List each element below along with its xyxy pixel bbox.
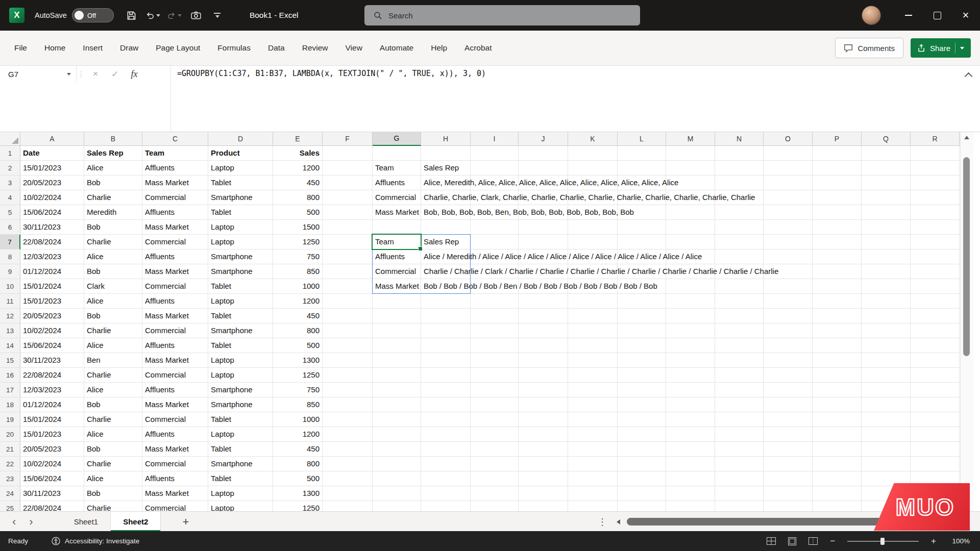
cell-E11[interactable]: 1200	[273, 294, 323, 309]
ribbon-tab-insert[interactable]: Insert	[83, 43, 103, 53]
cell-C13[interactable]: Commercial	[142, 323, 208, 338]
cell-H10[interactable]: Bob / Bob / Bob / Bob / Ben / Bob / Bob …	[421, 279, 471, 294]
cell-N20[interactable]	[715, 427, 764, 442]
cell-L17[interactable]	[618, 383, 666, 397]
cell-H18[interactable]	[421, 397, 471, 412]
cell-I1[interactable]	[471, 146, 519, 161]
cell-P24[interactable]	[813, 486, 862, 501]
cell-N12[interactable]	[715, 309, 764, 323]
cell-D12[interactable]: Tablet	[208, 309, 273, 323]
cancel-entry-button[interactable]: ×	[86, 65, 105, 83]
cell-C24[interactable]: Mass Market	[142, 486, 208, 501]
cell-N15[interactable]	[715, 353, 764, 368]
row-header-15[interactable]: 15	[0, 353, 20, 368]
cell-N10[interactable]	[715, 279, 764, 294]
cell-M18[interactable]	[666, 397, 715, 412]
cell-I13[interactable]	[471, 323, 519, 338]
cell-A24[interactable]: 30/11/2023	[20, 486, 84, 501]
cell-J19[interactable]	[519, 412, 568, 427]
cell-C14[interactable]: Affluents	[142, 338, 208, 353]
column-header-M[interactable]: M	[666, 132, 715, 146]
cell-D22[interactable]: Smartphone	[208, 457, 273, 471]
cell-J14[interactable]	[519, 338, 568, 353]
cell-D5[interactable]: Tablet	[208, 205, 273, 220]
cell-A8[interactable]: 12/03/2023	[20, 249, 84, 264]
cell-D3[interactable]: Tablet	[208, 176, 273, 190]
cell-R13[interactable]	[911, 323, 960, 338]
cell-G16[interactable]	[373, 368, 421, 383]
cell-J16[interactable]	[519, 368, 568, 383]
cell-D10[interactable]: Tablet	[208, 279, 273, 294]
cell-D17[interactable]: Smartphone	[208, 383, 273, 397]
cell-E21[interactable]: 450	[273, 442, 323, 457]
cell-P6[interactable]	[813, 220, 862, 235]
cell-F24[interactable]	[323, 486, 373, 501]
cell-M17[interactable]	[666, 383, 715, 397]
share-dropdown-caret[interactable]	[960, 47, 964, 49]
cell-E16[interactable]: 1250	[273, 368, 323, 383]
cell-N18[interactable]	[715, 397, 764, 412]
cell-J17[interactable]	[519, 383, 568, 397]
cell-G11[interactable]	[373, 294, 421, 309]
formula-input[interactable]: =GROUPBY(C1:C37, B1:B37, LAMBDA(x, TEXTJ…	[171, 65, 980, 132]
cell-M12[interactable]	[666, 309, 715, 323]
customize-quick-access-button[interactable]	[207, 6, 228, 25]
column-header-Q[interactable]: Q	[862, 132, 911, 146]
cell-O13[interactable]	[764, 323, 813, 338]
cell-G14[interactable]	[373, 338, 421, 353]
row-header-6[interactable]: 6	[0, 220, 20, 235]
row-header-18[interactable]: 18	[0, 397, 20, 412]
cell-C16[interactable]: Commercial	[142, 368, 208, 383]
cell-O17[interactable]	[764, 383, 813, 397]
cell-I14[interactable]	[471, 338, 519, 353]
cell-C18[interactable]: Mass Market	[142, 397, 208, 412]
cell-H17[interactable]	[421, 383, 471, 397]
cell-I23[interactable]	[471, 471, 519, 486]
cell-P2[interactable]	[813, 161, 862, 176]
cell-C1[interactable]: Team	[142, 146, 208, 161]
cell-L18[interactable]	[618, 397, 666, 412]
redo-button[interactable]	[164, 6, 185, 25]
cell-F6[interactable]	[323, 220, 373, 235]
cell-L6[interactable]	[618, 220, 666, 235]
cell-J25[interactable]	[519, 501, 568, 511]
cell-K23[interactable]	[568, 471, 618, 486]
cell-J6[interactable]	[519, 220, 568, 235]
cell-K24[interactable]	[568, 486, 618, 501]
cell-E17[interactable]: 750	[273, 383, 323, 397]
cell-A10[interactable]: 15/01/2024	[20, 279, 84, 294]
share-button[interactable]: Share	[911, 38, 971, 58]
cell-F2[interactable]	[323, 161, 373, 176]
cell-H2[interactable]: Sales Rep	[421, 161, 471, 176]
ribbon-tab-automate[interactable]: Automate	[380, 43, 413, 53]
cell-N7[interactable]	[715, 235, 764, 249]
row-header-16[interactable]: 16	[0, 368, 20, 383]
cell-N14[interactable]	[715, 338, 764, 353]
ribbon-tab-home[interactable]: Home	[44, 43, 65, 53]
cell-J24[interactable]	[519, 486, 568, 501]
cell-Q17[interactable]	[862, 383, 911, 397]
cell-F22[interactable]	[323, 457, 373, 471]
column-header-I[interactable]: I	[471, 132, 519, 146]
cell-I2[interactable]	[471, 161, 519, 176]
cell-O25[interactable]	[764, 501, 813, 511]
cell-K20[interactable]	[568, 427, 618, 442]
formula-bar-drag-handle[interactable]: ⋮	[77, 65, 86, 83]
cell-J22[interactable]	[519, 457, 568, 471]
cell-G3[interactable]: Affluents	[373, 176, 421, 190]
cell-G13[interactable]	[373, 323, 421, 338]
cell-D7[interactable]: Laptop	[208, 235, 273, 249]
cell-P21[interactable]	[813, 442, 862, 457]
column-header-A[interactable]: A	[20, 132, 84, 146]
cell-C9[interactable]: Mass Market	[142, 264, 208, 279]
row-header-23[interactable]: 23	[0, 471, 20, 486]
insert-function-button[interactable]: fx	[125, 65, 144, 83]
cell-L12[interactable]	[618, 309, 666, 323]
column-header-G[interactable]: G	[373, 132, 421, 146]
cell-Q25[interactable]	[862, 501, 911, 511]
cell-K25[interactable]	[568, 501, 618, 511]
cell-E5[interactable]: 500	[273, 205, 323, 220]
cell-Q10[interactable]	[862, 279, 911, 294]
cell-P4[interactable]	[813, 190, 862, 205]
cell-N3[interactable]	[715, 176, 764, 190]
